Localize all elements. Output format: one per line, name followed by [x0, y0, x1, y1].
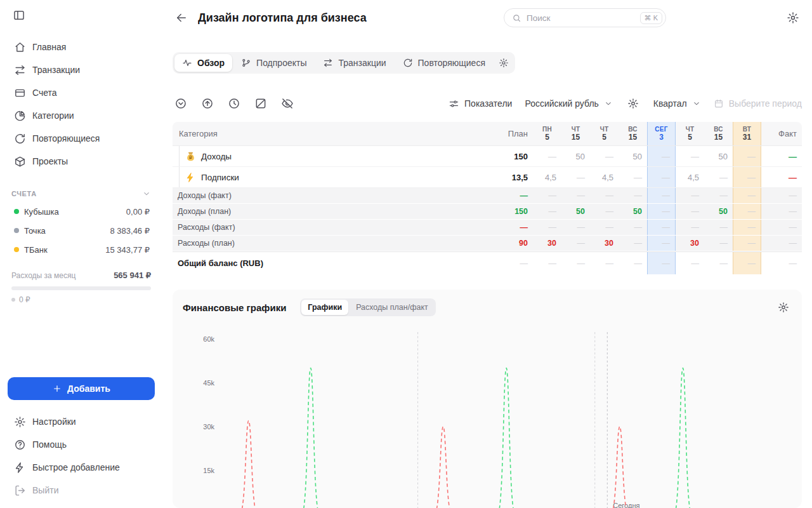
month-expenses-bullet-value: 0 ₽: [19, 295, 30, 304]
table-cell[interactable]: 50: [561, 146, 590, 166]
history-button[interactable]: [226, 95, 242, 112]
sidebar-item-help[interactable]: Помощь: [8, 433, 155, 456]
table-cell[interactable]: —: [761, 146, 802, 166]
table-cell: —: [704, 188, 733, 203]
table-cell: —: [590, 252, 619, 274]
period-select[interactable]: Квартал: [653, 98, 701, 109]
sidebar-item-categories[interactable]: Категории: [8, 104, 155, 127]
table-cell: —: [619, 220, 647, 235]
tab-subprojects[interactable]: Подпроекты: [233, 54, 314, 72]
accounts-section-header[interactable]: СЧЕТА: [8, 189, 155, 198]
sidebar-item-logout[interactable]: Выйти: [8, 479, 155, 502]
table-settings-button[interactable]: [625, 96, 641, 111]
table-cell: —: [676, 252, 704, 274]
account-balance: 15 343,77 ₽: [105, 245, 150, 255]
sidebar-item-transactions[interactable]: Транзакции: [8, 58, 155, 81]
hide-empty-button[interactable]: [252, 95, 269, 112]
table-cell[interactable]: 4,5: [590, 167, 619, 187]
table-cell: —: [733, 204, 761, 219]
table-cell[interactable]: —: [647, 146, 676, 166]
account-item[interactable]: Кубышка 0,00 ₽: [8, 202, 155, 221]
hide-hidden-button[interactable]: [279, 95, 296, 112]
table-cell[interactable]: —: [733, 167, 761, 187]
tab-transactions[interactable]: Транзакции: [315, 54, 393, 72]
tab-graphs[interactable]: Графики: [301, 300, 348, 315]
table-cell: —: [590, 188, 619, 203]
currency-select[interactable]: Российский рубль: [525, 98, 612, 109]
project-settings-button[interactable]: [784, 9, 802, 27]
scroll-top-button[interactable]: [199, 95, 216, 112]
box-slash-icon: [254, 97, 267, 110]
table-cell[interactable]: —: [733, 146, 761, 166]
calendar-icon: [714, 98, 724, 109]
sidebar-item-label: Выйти: [32, 485, 58, 495]
sidebar-item-settings[interactable]: Настройки: [8, 410, 155, 433]
column-header: План: [494, 122, 533, 145]
home-icon: [14, 41, 26, 53]
table-cell: —: [733, 188, 761, 203]
charts-card: Финансовые графики Графики Расходы план/…: [173, 290, 802, 508]
column-header-date: ПН5: [533, 122, 561, 145]
charts-settings-button[interactable]: [775, 299, 792, 316]
account-name: Точка: [24, 226, 46, 236]
tab-plan-fact[interactable]: Расходы план/факт: [350, 300, 435, 315]
box-icon: [14, 156, 26, 168]
table-tools: [173, 95, 296, 112]
table-cell[interactable]: —: [761, 167, 802, 187]
sidebar-item-recurring[interactable]: Повторяющиеся: [8, 127, 155, 150]
table-row[interactable]: Доходы150—50—50——50——: [173, 146, 802, 167]
table-cell: —: [533, 220, 561, 235]
period-picker-button[interactable]: Выберите период: [714, 98, 802, 109]
tabs-settings-button[interactable]: [494, 54, 513, 72]
table-cell: —: [494, 220, 533, 235]
sidebar-item-projects[interactable]: Проекты: [8, 150, 155, 173]
add-button[interactable]: Добавить: [8, 377, 155, 400]
table-cell[interactable]: —: [590, 146, 619, 166]
search-input[interactable]: [527, 13, 635, 23]
category-cell[interactable]: Подписки: [173, 167, 494, 187]
table-cell[interactable]: —: [561, 167, 590, 187]
svg-text:60k: 60k: [203, 335, 214, 343]
tab-label: Транзакции: [338, 58, 386, 68]
table-cell: —: [494, 188, 533, 203]
sidebar-item-quick-add[interactable]: Быстрое добавление: [8, 456, 155, 479]
table-cell[interactable]: —: [619, 167, 647, 187]
table-cell[interactable]: —: [647, 167, 676, 187]
table-cell[interactable]: 4,5: [533, 167, 561, 187]
account-item[interactable]: ТБанк 15 343,77 ₽: [8, 240, 155, 259]
table-cell: —: [733, 220, 761, 235]
search-box: ⌘ K: [504, 8, 666, 27]
table-cell: 50: [561, 204, 590, 219]
table-cell[interactable]: 50: [704, 146, 733, 166]
category-label: Подписки: [201, 173, 239, 182]
sidebar-toggle-button[interactable]: [10, 6, 28, 24]
table-cell[interactable]: 50: [619, 146, 647, 166]
tab-overview[interactable]: Обзор: [174, 54, 232, 72]
refresh-icon: [403, 58, 413, 68]
collapse-rows-button[interactable]: [173, 95, 189, 112]
table-cell[interactable]: 150: [494, 146, 533, 166]
help-icon: [14, 439, 26, 451]
table-cell[interactable]: —: [533, 146, 561, 166]
month-expenses-value: 565 941 ₽: [114, 271, 151, 280]
column-header-date: ЧТ5: [676, 122, 704, 145]
column-header-date: ВС15: [619, 122, 647, 145]
tab-recurring[interactable]: Повторяющиеся: [395, 54, 493, 72]
indicators-label: Показатели: [464, 98, 512, 109]
indicators-button[interactable]: Показатели: [449, 98, 512, 109]
sidebar-item-home[interactable]: Главная: [8, 36, 155, 58]
sidebar-item-accounts[interactable]: Счета: [8, 81, 155, 104]
table-cell[interactable]: —: [704, 167, 733, 187]
back-button[interactable]: [173, 9, 190, 27]
account-item[interactable]: Точка 8 383,46 ₽: [8, 221, 155, 240]
charts-title: Финансовые графики: [183, 302, 286, 313]
category-cell[interactable]: Доходы: [173, 146, 494, 166]
table-cell[interactable]: 4,5: [676, 167, 704, 187]
row-label-cell: Расходы (факт): [173, 220, 494, 235]
table-cell[interactable]: 13,5: [494, 167, 533, 187]
table-cell: —: [761, 220, 802, 235]
chevron-down-icon: [692, 99, 701, 108]
charts-header: Финансовые графики Графики Расходы план/…: [183, 298, 792, 316]
table-row[interactable]: Подписки13,54,5—4,5——4,5———: [173, 167, 802, 188]
table-cell[interactable]: —: [676, 146, 704, 166]
